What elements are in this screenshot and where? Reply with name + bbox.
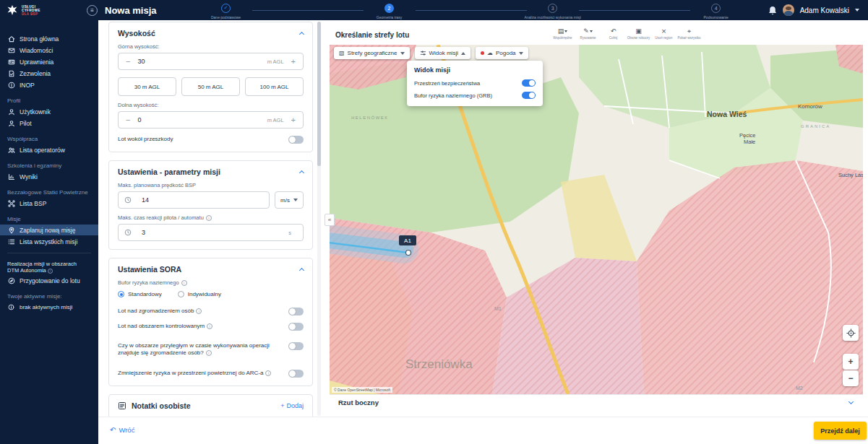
sidebar-item-zezwolenia[interactable]: Zezwolenia (0, 68, 98, 79)
sidebar-toggle-button[interactable]: ≡ (87, 5, 98, 16)
drone-icon (7, 200, 15, 207)
eagle-logo-icon (6, 4, 19, 17)
controlled-area-toggle-label: Lot nad obszarem kontrolowanym (118, 323, 205, 329)
form-scrollbar-thumb[interactable] (317, 22, 321, 166)
speed-unit-select[interactable]: m/s (275, 191, 304, 209)
buffer-radio-group: Standardowy Indywidualny (118, 291, 304, 297)
reaction-time-value[interactable] (142, 229, 171, 236)
pilot-icon (7, 120, 15, 127)
arc-toggle[interactable] (288, 370, 304, 378)
tool-usun-region[interactable]: × Usuń region (652, 27, 676, 40)
step-2-dot: 2 (384, 4, 394, 13)
radio-indywidualny[interactable]: Indywidualny (178, 291, 221, 297)
add-note-button[interactable]: +Dodaj (280, 402, 304, 409)
map-panel-title: Określanie strefy lotu (335, 31, 409, 39)
mission-view-chip[interactable]: Widok misji (415, 47, 470, 59)
chevron-up-icon (461, 52, 465, 55)
radio-standardowy[interactable]: Standardowy (118, 291, 162, 297)
step-3-dot: 3 (548, 4, 557, 13)
buffer-info-icon[interactable]: i (181, 280, 187, 286)
zoom-out-button[interactable]: − (843, 370, 859, 386)
sidebar-item-lista-operatorow[interactable]: Lista operatorów (0, 144, 98, 155)
back-button[interactable]: ↶ Wróć (110, 426, 134, 434)
expand-chevron-icon[interactable] (848, 399, 854, 404)
upper-height-unit: m AGL (267, 58, 284, 65)
user-menu-chevron-icon[interactable] (855, 9, 859, 12)
controlled-info-icon[interactable]: i (207, 323, 212, 329)
bell-icon[interactable] (768, 6, 777, 15)
collapse-chevron-icon[interactable] (299, 268, 304, 273)
tool-obszar-roboczy[interactable]: ▣ Obszar roboczy (627, 27, 650, 40)
adjacent-area-toggle-label: Czy w obszarze przyległym w czasie wykon… (118, 342, 270, 356)
map-label-suchy-las: Suchy Las (838, 172, 863, 178)
radio-dot (178, 291, 184, 297)
sidebar-item-przygotowanie-do-lotu[interactable]: Przygotowanie do lotu (0, 275, 98, 286)
safety-space-toggle-label: Przestrzeń bezpieczeństwa (414, 80, 480, 87)
geo-zones-chip[interactable]: ▧ Strefy geograficzne (334, 47, 410, 59)
speed-value[interactable] (142, 196, 171, 204)
lower-height-value[interactable] (137, 116, 166, 123)
workspace-icon: ▣ (635, 27, 642, 35)
crowd-toggle[interactable] (288, 308, 304, 315)
crowd-info-icon[interactable]: i (196, 308, 202, 314)
app-logo[interactable]: USŁUGI CYFROWE DLA BSP (0, 4, 81, 17)
info-circle-icon (7, 82, 15, 89)
dtm-info-icon[interactable]: i (48, 269, 53, 274)
sidebar-item-inop[interactable]: INOP (0, 79, 98, 90)
user-avatar[interactable] (783, 4, 794, 16)
step-3-label: Analiza możliwości wykonania misji (524, 15, 580, 19)
tool-pokaz-wszystko[interactable]: ⌖ Pokaż wszystko (677, 27, 701, 40)
map-filter-chips: ▧ Strefy geograficzne Widok misji ☁ Pogo… (334, 47, 528, 59)
safety-space-toggle[interactable] (522, 79, 536, 87)
side-view-bar[interactable]: Rzut boczny (330, 394, 863, 410)
lower-height-increment-button[interactable]: + (290, 116, 297, 124)
arc-info-icon[interactable]: i (265, 370, 271, 376)
collapse-chevron-icon[interactable] (299, 170, 304, 175)
info-circle-icon (7, 304, 15, 310)
upper-height-decrement-button[interactable]: − (124, 58, 132, 66)
sidebar-item-uzytkownik[interactable]: Użytkownik (0, 106, 98, 117)
grb-toggle[interactable] (522, 92, 536, 99)
step-3-analiza[interactable]: 3 Analiza możliwości wykonania misji (527, 4, 579, 19)
main-content: Wysokość Górna wysokość: − m AGL + 30 m … (98, 20, 868, 444)
locate-button[interactable] (843, 325, 859, 341)
obstacle-toggle[interactable] (288, 136, 304, 144)
sidebar-item-pilot[interactable]: Pilot (0, 118, 98, 129)
sidebar-item-lista-wszystkich-misji[interactable]: Lista wszystkich misji (0, 236, 98, 247)
lower-height-decrement-button[interactable]: − (124, 116, 132, 124)
upper-height-value[interactable] (137, 58, 166, 65)
panel-collapse-handle[interactable]: « (325, 214, 335, 226)
sidebar-item-zaplanuj-nowa-misje[interactable]: Zaplanuj nową misję (0, 225, 98, 235)
preset-50m-button[interactable]: 50 m AGL (181, 77, 240, 96)
sidebar-item-uprawnienia[interactable]: Uprawnienia (0, 56, 98, 67)
step-2-geometria-trasy[interactable]: 2 Geometria trasy (364, 4, 416, 19)
adjacent-info-icon[interactable]: i (206, 350, 212, 356)
step-1-dane-podstawowe[interactable]: ✓ Dane podstawowe (200, 4, 252, 19)
tool-rysowanie[interactable]: ✎ Rysowanie (576, 27, 600, 40)
reaction-info-icon[interactable]: i (206, 215, 212, 221)
sidebar-item-wyniki[interactable]: Wyniki (0, 171, 98, 182)
step-4-podsumowanie[interactable]: 4 Podsumowanie (690, 4, 742, 19)
weather-chip[interactable]: ☁ Pogoda (476, 47, 528, 59)
map-pin-icon (7, 227, 15, 234)
zoom-in-button[interactable]: + (843, 354, 859, 370)
tool-cofnij[interactable]: ↶ Cofnij (601, 27, 625, 40)
user-name[interactable]: Adam Kowalski (800, 6, 849, 14)
route-marker-a1[interactable]: A1 (399, 235, 416, 245)
sidebar-item-lista-bsp[interactable]: Lista BSP (0, 198, 98, 209)
controlled-area-toggle[interactable] (288, 323, 304, 331)
sidebar-item-wiadomosci[interactable]: Wiadomości (0, 45, 98, 56)
next-button[interactable]: Przejdź dalej (814, 422, 867, 440)
sidebar-item-strona-glowna[interactable]: Strona główna (0, 33, 98, 44)
step-connector (252, 10, 364, 11)
preset-30m-button[interactable]: 30 m AGL (118, 77, 176, 96)
map-panel: Określanie strefy lotu ▤ Współrzędne ✎ R… (330, 26, 863, 410)
tool-wspolrzedne[interactable]: ▤ Współrzędne (551, 27, 575, 40)
collapse-chevron-icon[interactable] (299, 32, 304, 37)
home-icon (7, 35, 15, 43)
upper-height-increment-button[interactable]: + (290, 58, 297, 66)
adjacent-area-toggle[interactable] (288, 342, 304, 350)
card-sora-title: Ustawienia SORA (118, 265, 181, 274)
step-2-label: Geometria trasy (377, 15, 403, 19)
preset-100m-button[interactable]: 100 m AGL (245, 77, 304, 96)
